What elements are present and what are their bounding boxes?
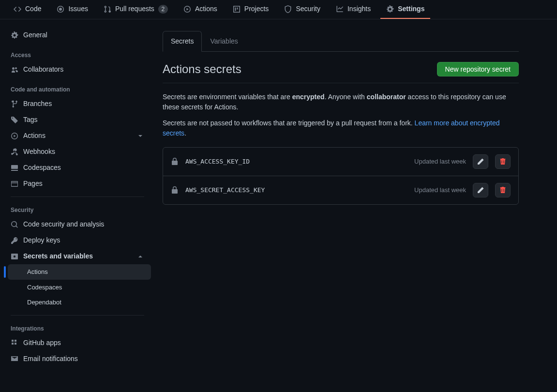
sidebar-separator	[11, 196, 144, 197]
sidebar-branches[interactable]: Branches	[4, 96, 151, 112]
secret-updated: Updated last week	[414, 185, 466, 195]
sidebar-sub-codespaces[interactable]: Codespaces	[8, 280, 151, 295]
secrets-description-1: Secrets are environment variables that a…	[163, 92, 519, 112]
sidebar-collaborators-label: Collaborators	[23, 64, 63, 75]
mail-icon	[11, 355, 18, 362]
sidebar-heading-code-auto: Code and automation	[4, 81, 151, 96]
sidebar-secrets-variables[interactable]: Secrets and variables	[4, 248, 151, 264]
repo-nav: Code Issues Pull requests 2 Actions Proj…	[0, 0, 557, 19]
sidebar-sub-actions[interactable]: Actions	[8, 264, 151, 280]
sidebar-deploy-keys[interactable]: Deploy keys	[4, 232, 151, 248]
graph-icon	[336, 5, 344, 13]
new-secret-button[interactable]: New repository secret	[437, 62, 519, 76]
lock-icon	[171, 158, 179, 166]
sidebar-heading-security: Security	[4, 202, 151, 216]
edit-secret-button[interactable]	[473, 183, 488, 197]
sidebar-general[interactable]: General	[4, 27, 151, 43]
sidebar-actions[interactable]: Actions	[4, 128, 151, 144]
nav-projects-label: Projects	[244, 4, 269, 14]
webhook-icon	[11, 148, 18, 156]
trash-icon	[499, 186, 507, 194]
sidebar-sub-dependabot-label: Dependabot	[27, 299, 61, 306]
sidebar-pages-label: Pages	[23, 179, 43, 189]
sidebar-general-label: General	[23, 30, 47, 40]
sidebar-code-security[interactable]: Code security and analysis	[4, 216, 151, 232]
browser-icon	[11, 180, 18, 188]
tab-variables[interactable]: Variables	[202, 31, 246, 52]
nav-projects[interactable]: Projects	[227, 0, 275, 19]
secret-row: AWS_SECRET_ACCESS_KEY Updated last week	[163, 176, 518, 204]
sidebar-codespaces[interactable]: Codespaces	[4, 160, 151, 176]
branch-icon	[11, 100, 18, 108]
sidebar-codespaces-label: Codespaces	[23, 163, 61, 173]
codescan-icon	[11, 221, 18, 228]
pencil-icon	[477, 186, 484, 194]
people-icon	[11, 66, 18, 74]
sidebar-code-security-label: Code security and analysis	[23, 219, 104, 229]
gear-icon	[11, 31, 18, 39]
page-title: Actions secrets	[163, 60, 241, 78]
nav-code-label: Code	[25, 4, 41, 14]
sidebar-heading-access: Access	[4, 47, 151, 61]
project-icon	[233, 5, 241, 13]
main-content: Secrets Variables Actions secrets New re…	[155, 19, 542, 375]
shield-icon	[284, 5, 292, 13]
nav-security[interactable]: Security	[278, 0, 326, 19]
trash-icon	[499, 158, 507, 166]
chevron-up-icon	[136, 253, 144, 260]
nav-actions[interactable]: Actions	[178, 0, 223, 19]
sidebar-github-apps[interactable]: GitHub apps	[4, 335, 151, 351]
nav-insights[interactable]: Insights	[330, 0, 376, 19]
nav-insights-label: Insights	[347, 4, 371, 14]
sidebar-secrets-vars-label: Secrets and variables	[23, 251, 93, 261]
sidebar-webhooks[interactable]: Webhooks	[4, 144, 151, 160]
key-icon	[11, 237, 18, 244]
settings-sidebar: General Access Collaborators Code and au…	[0, 19, 155, 375]
sidebar-sub-dependabot[interactable]: Dependabot	[8, 295, 151, 310]
delete-secret-button[interactable]	[495, 154, 511, 169]
gear-icon	[386, 5, 394, 13]
sidebar-deploy-keys-label: Deploy keys	[23, 235, 60, 245]
issue-icon	[57, 5, 64, 13]
tag-icon	[11, 116, 18, 124]
secret-row: AWS_ACCESS_KEY_ID Updated last week	[163, 148, 518, 176]
secrets-description-2: Secrets are not passed to workflows that…	[163, 118, 519, 138]
nav-settings[interactable]: Settings	[380, 0, 430, 19]
nav-issues[interactable]: Issues	[51, 0, 93, 19]
nav-security-label: Security	[296, 4, 320, 14]
sidebar-actions-label: Actions	[23, 131, 45, 141]
sidebar-collaborators[interactable]: Collaborators	[4, 61, 151, 77]
sidebar-tags[interactable]: Tags	[4, 112, 151, 128]
sidebar-webhooks-label: Webhooks	[23, 147, 55, 157]
sidebar-github-apps-label: GitHub apps	[23, 338, 61, 348]
secret-name: AWS_ACCESS_KEY_ID	[185, 157, 407, 166]
pr-count-badge: 2	[158, 5, 168, 14]
nav-code[interactable]: Code	[8, 0, 47, 19]
pull-request-icon	[104, 5, 111, 13]
sidebar-email-label: Email notifications	[23, 354, 78, 364]
secrets-list: AWS_ACCESS_KEY_ID Updated last week AWS_…	[163, 147, 519, 205]
delete-secret-button[interactable]	[495, 183, 511, 197]
sidebar-tags-label: Tags	[23, 115, 38, 125]
codespaces-icon	[11, 164, 18, 172]
sidebar-sub-codespaces-label: Codespaces	[27, 284, 62, 291]
edit-secret-button[interactable]	[473, 154, 488, 169]
nav-pull-requests[interactable]: Pull requests 2	[98, 0, 174, 19]
sidebar-branches-label: Branches	[23, 99, 52, 109]
secrets-tabs: Secrets Variables	[163, 31, 519, 52]
code-icon	[14, 5, 21, 13]
nav-actions-label: Actions	[195, 4, 217, 14]
sidebar-separator	[11, 315, 144, 316]
sidebar-heading-integrations: Integrations	[4, 320, 151, 335]
tab-secrets[interactable]: Secrets	[163, 31, 202, 52]
sidebar-email-notifications[interactable]: Email notifications	[4, 351, 151, 367]
nav-issues-label: Issues	[68, 4, 88, 14]
secret-name: AWS_SECRET_ACCESS_KEY	[185, 185, 407, 195]
apps-icon	[11, 339, 18, 347]
lock-icon	[171, 186, 179, 194]
key-asterisk-icon	[11, 253, 18, 260]
pencil-icon	[477, 158, 484, 166]
nav-settings-label: Settings	[398, 4, 424, 14]
play-icon	[183, 5, 191, 13]
sidebar-pages[interactable]: Pages	[4, 176, 151, 192]
